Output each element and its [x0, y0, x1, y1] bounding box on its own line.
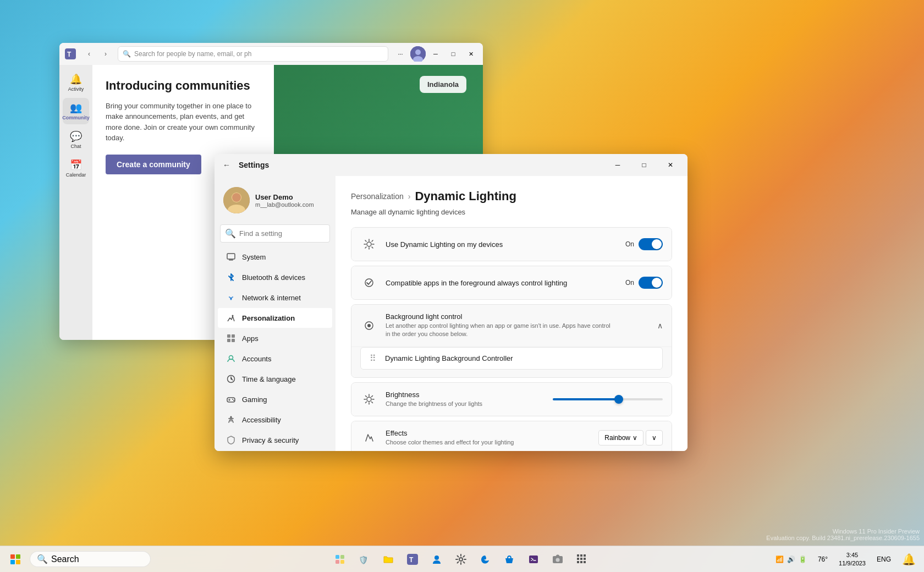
taskbar-datetime-group[interactable]: 3:45 11/9/2023 [834, 549, 870, 569]
compatible-apps-toggle-label: On [625, 279, 634, 287]
settings-nav-apps-label: Apps [242, 334, 258, 343]
background-control-desc: Let another app control lighting when an… [386, 322, 611, 339]
svg-rect-34 [340, 560, 344, 564]
taskbar-network-group[interactable]: 📶 🔊 🔋 [771, 553, 811, 565]
svg-point-3 [415, 50, 421, 55]
settings-nav-system[interactable]: System [218, 247, 332, 267]
taskbar-lang-group[interactable]: ENG [872, 553, 895, 565]
brightness-slider-track [553, 398, 663, 400]
breadcrumb-current: Dynamic Lighting [415, 189, 516, 204]
settings-nav-time-label: Time & language [242, 375, 296, 383]
svg-rect-45 [584, 554, 586, 557]
taskbar-center-icons: 🛡️ T [151, 548, 771, 570]
settings-nav-personalization[interactable]: Personalization [218, 308, 332, 328]
taskbar-store-icon[interactable] [498, 548, 520, 570]
svg-rect-33 [336, 560, 339, 564]
settings-nav-bluetooth[interactable]: Bluetooth & devices [218, 267, 332, 287]
dynamic-lighting-control: On [619, 238, 663, 250]
teams-maximize-btn[interactable]: □ [446, 46, 461, 62]
teams-chat-label: Chat [70, 144, 81, 149]
taskbar-grid-icon[interactable] [571, 548, 593, 570]
svg-rect-9 [227, 254, 235, 259]
taskbar-notification-icon[interactable]: 🔔 [898, 548, 920, 570]
svg-rect-44 [580, 554, 582, 557]
background-control-title: Background light control [386, 312, 611, 321]
teams-calendar-icon: 📅 [70, 159, 82, 171]
settings-minimize-button[interactable]: ─ [605, 156, 630, 174]
teams-search-bar[interactable]: 🔍 Search for people by name, email, or p… [118, 46, 388, 62]
teams-community-label: Community [62, 115, 90, 120]
taskbar-people-icon[interactable] [426, 548, 448, 570]
taskbar-start-button[interactable] [4, 548, 26, 570]
drag-handle-icon[interactable]: ⠿ [370, 353, 376, 364]
settings-page-subtitle: Manage all dynamic lighting devices [351, 208, 672, 216]
teams-sidebar-item-activity[interactable]: 🔔 Activity [63, 69, 89, 96]
taskbar-edge-icon[interactable] [474, 548, 496, 570]
settings-privacy-icon [226, 435, 237, 446]
taskbar-camera-icon[interactable] [547, 548, 569, 570]
settings-nav-update[interactable]: Windows Update [218, 450, 332, 451]
svg-point-38 [435, 556, 439, 560]
teams-sidebar-item-community[interactable]: 👥 Community [63, 98, 89, 124]
teams-create-community-button[interactable]: Create a community [106, 155, 201, 174]
brightness-card: Brightness Change the brightness of your… [351, 382, 672, 416]
settings-nav-time[interactable]: Time & language [218, 369, 332, 389]
taskbar-widgets-icon[interactable] [329, 548, 351, 570]
compatible-apps-toggle[interactable] [639, 277, 663, 289]
taskbar-terminal-icon[interactable] [522, 548, 544, 570]
teams-forward-btn[interactable]: › [98, 46, 113, 62]
settings-nav-accessibility[interactable]: Accessibility [218, 410, 332, 430]
taskbar-temp-group[interactable]: 76° [813, 553, 832, 565]
taskbar-settings-icon[interactable] [450, 548, 472, 570]
teams-sidebar-item-chat[interactable]: 💬 Chat [63, 127, 89, 153]
settings-nav-privacy[interactable]: Privacy & security [218, 430, 332, 450]
settings-nav-personalization-label: Personalization [242, 314, 295, 322]
settings-close-button[interactable]: ✕ [658, 156, 683, 174]
taskbar-clock: 3:45 11/9/2023 [839, 551, 866, 567]
teams-close-btn[interactable]: ✕ [463, 46, 479, 62]
settings-nav-accounts[interactable]: Accounts [218, 349, 332, 369]
settings-search-box[interactable]: 🔍 [220, 224, 330, 243]
effects-dropdown-button[interactable]: Rainbow ∨ [598, 430, 644, 446]
teams-more-btn[interactable]: ··· [393, 46, 408, 62]
teams-sidebar-item-calendar[interactable]: 📅 Calendar [63, 155, 89, 182]
svg-point-11 [230, 299, 232, 300]
settings-nav-apps[interactable]: Apps [218, 328, 332, 348]
dynamic-lighting-content: Use Dynamic Lighting on my devices [386, 240, 611, 249]
taskbar-search-box[interactable]: 🔍 Search [30, 551, 151, 567]
teams-user-avatar[interactable] [410, 46, 426, 62]
svg-rect-50 [580, 561, 582, 563]
background-control-expand: ∧ [619, 321, 663, 330]
taskbar-virustotal-icon[interactable]: 🛡️ [353, 548, 375, 570]
settings-back-button[interactable]: ← [219, 157, 234, 173]
svg-rect-13 [227, 334, 230, 338]
svg-point-12 [232, 315, 234, 317]
settings-user-info: User Demo m__lab@outlook.com [255, 193, 327, 208]
brightness-slider-container [553, 398, 663, 400]
taskbar-teams-icon[interactable]: T [402, 548, 424, 570]
teams-minimize-btn[interactable]: ─ [428, 46, 443, 62]
effects-expand-button[interactable]: ∨ [646, 430, 663, 446]
dynamic-lighting-toggle[interactable] [639, 238, 663, 250]
brightness-content: Brightness Change the brightness of your… [386, 391, 545, 408]
settings-system-icon [226, 251, 237, 262]
svg-point-42 [556, 558, 559, 562]
settings-maximize-button[interactable]: □ [631, 156, 657, 174]
settings-nav-network[interactable]: Network & internet [218, 288, 332, 307]
brightness-slider-thumb[interactable] [614, 395, 623, 404]
svg-point-22 [230, 416, 232, 418]
settings-accessibility-icon [226, 414, 237, 425]
taskbar-fileexplorer-icon[interactable] [377, 548, 399, 570]
background-control-content: Background light control Let another app… [386, 312, 611, 339]
settings-search-input[interactable] [239, 229, 332, 238]
background-control-chevron[interactable]: ∧ [657, 321, 663, 330]
settings-nav-gaming-label: Gaming [242, 395, 267, 404]
teams-intro-desc: Bring your community together in one pla… [106, 101, 260, 144]
settings-bluetooth-icon [226, 272, 237, 283]
win-watermark-line2: Evaluation copy. Build 23481.ni_prerelea… [766, 535, 920, 541]
settings-window-title: Settings [239, 161, 269, 169]
settings-sidebar: User Demo m__lab@outlook.com 🔍 System Bl [215, 176, 336, 451]
settings-username: User Demo [255, 193, 327, 201]
teams-back-btn[interactable]: ‹ [81, 46, 97, 62]
settings-nav-gaming[interactable]: Gaming [218, 389, 332, 409]
